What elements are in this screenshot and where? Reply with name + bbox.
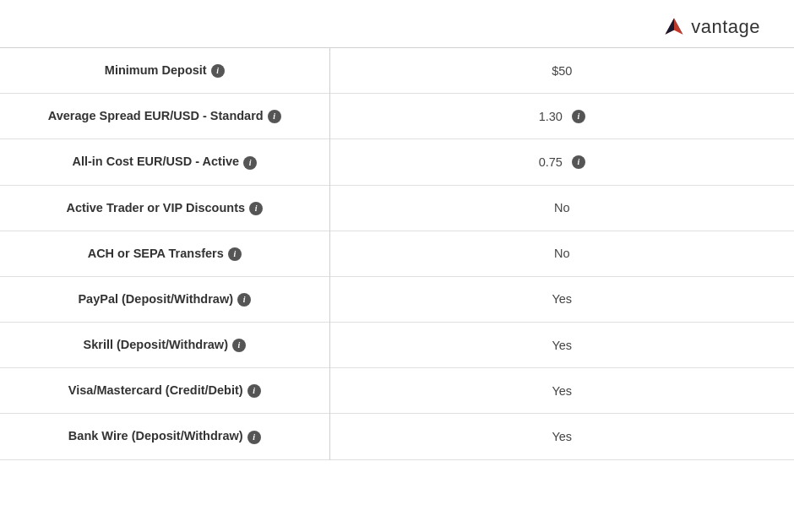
- table-row: PayPal (Deposit/Withdraw)iYes: [0, 276, 794, 322]
- value-with-info: 0.75i: [539, 155, 585, 169]
- logo-text: vantage: [691, 16, 760, 38]
- svg-marker-2: [666, 19, 675, 35]
- row-label: All-in Cost EUR/USD - Activei: [0, 139, 329, 185]
- row-label-text: Bank Wire (Deposit/Withdraw): [68, 429, 243, 442]
- table-row: Average Spread EUR/USD - Standardi1.30i: [0, 94, 794, 139]
- row-value-text: No: [554, 201, 570, 214]
- table-row: All-in Cost EUR/USD - Activei0.75i: [0, 139, 794, 185]
- row-label-text: All-in Cost EUR/USD - Active: [72, 155, 239, 168]
- row-label: Bank Wire (Deposit/Withdraw)i: [0, 414, 329, 459]
- row-value-text: Yes: [552, 339, 572, 352]
- table-row: Active Trader or VIP DiscountsiNo: [0, 185, 794, 231]
- svg-marker-1: [674, 19, 683, 35]
- row-label-text: Active Trader or VIP Discounts: [66, 201, 245, 214]
- row-label-text: Minimum Deposit: [105, 63, 207, 77]
- row-label: Skrill (Deposit/Withdraw)i: [0, 323, 329, 368]
- row-label: Minimum Depositi: [0, 48, 329, 94]
- info-icon[interactable]: i: [232, 339, 246, 352]
- info-icon[interactable]: i: [572, 110, 585, 123]
- row-label: Active Trader or VIP Discountsi: [0, 185, 329, 231]
- row-value: $50: [329, 48, 794, 94]
- row-value-text: $50: [552, 64, 572, 78]
- row-value: Yes: [329, 368, 794, 414]
- info-icon[interactable]: i: [268, 110, 281, 123]
- row-label-text: Skrill (Deposit/Withdraw): [84, 338, 228, 351]
- row-value: No: [329, 185, 794, 231]
- info-icon[interactable]: i: [249, 202, 263, 215]
- info-icon[interactable]: i: [243, 156, 257, 170]
- table-row: ACH or SEPA TransfersiNo: [0, 231, 794, 276]
- vantage-logo-icon: [662, 15, 686, 39]
- info-icon[interactable]: i: [211, 64, 225, 78]
- row-value-text: Yes: [552, 430, 572, 443]
- row-value-text: Yes: [552, 384, 572, 398]
- row-label-text: Visa/Mastercard (Credit/Debit): [68, 383, 243, 397]
- row-value: No: [329, 231, 794, 276]
- row-value-text: 1.30: [539, 110, 563, 123]
- info-icon[interactable]: i: [247, 384, 261, 398]
- row-label: Average Spread EUR/USD - Standardi: [0, 94, 329, 139]
- row-label-text: PayPal (Deposit/Withdraw): [78, 292, 233, 306]
- row-value: Yes: [329, 323, 794, 368]
- row-value: Yes: [329, 414, 794, 459]
- row-label: ACH or SEPA Transfersi: [0, 231, 329, 276]
- info-icon[interactable]: i: [247, 431, 261, 444]
- row-label-text: Average Spread EUR/USD - Standard: [48, 109, 264, 122]
- info-icon[interactable]: i: [572, 155, 585, 169]
- row-label: PayPal (Deposit/Withdraw)i: [0, 276, 329, 322]
- row-label-text: ACH or SEPA Transfers: [88, 247, 224, 260]
- value-with-info: 1.30i: [539, 110, 585, 123]
- info-icon[interactable]: i: [228, 247, 242, 261]
- data-table: Minimum Depositi$50Average Spread EUR/US…: [0, 48, 794, 460]
- row-value: Yes: [329, 276, 794, 322]
- table-row: Skrill (Deposit/Withdraw)iYes: [0, 323, 794, 368]
- row-value: 0.75i: [329, 139, 794, 185]
- table-row: Minimum Depositi$50: [0, 48, 794, 94]
- row-value-text: Yes: [552, 292, 572, 306]
- row-value: 1.30i: [329, 94, 794, 139]
- logo: vantage: [662, 15, 760, 39]
- row-value-text: 0.75: [539, 155, 563, 169]
- header: vantage: [0, 0, 794, 47]
- page-wrapper: vantage Minimum Depositi$50Average Sprea…: [0, 0, 794, 460]
- row-label: Visa/Mastercard (Credit/Debit)i: [0, 368, 329, 414]
- info-icon[interactable]: i: [237, 293, 251, 307]
- row-value-text: No: [554, 247, 570, 260]
- table-row: Visa/Mastercard (Credit/Debit)iYes: [0, 368, 794, 414]
- table-row: Bank Wire (Deposit/Withdraw)iYes: [0, 414, 794, 459]
